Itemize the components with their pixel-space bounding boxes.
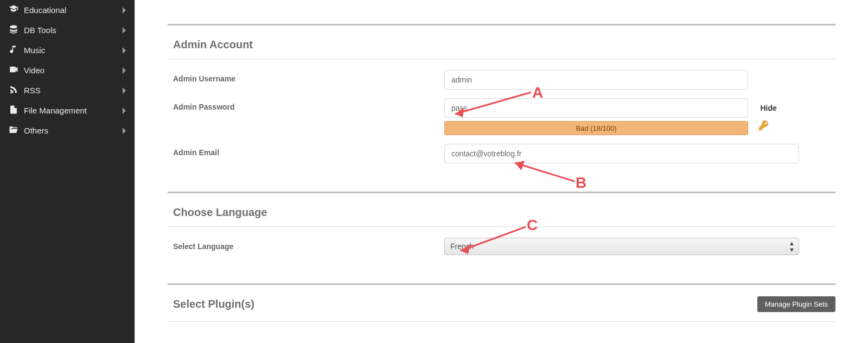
- language-select[interactable]: French ▲▼: [444, 238, 799, 255]
- admin-password-label: Admin Password: [173, 98, 444, 111]
- main-content: Admin Account Admin Username Admin Passw…: [135, 0, 868, 343]
- sidebar-item-label: Others: [24, 126, 48, 135]
- admin-password-input[interactable]: [444, 98, 748, 118]
- section-divider: [168, 283, 835, 285]
- language-selected-value: French: [450, 242, 474, 251]
- sidebar-item-label: Music: [24, 46, 45, 55]
- sidebar-item-educational[interactable]: Educational: [0, 0, 135, 20]
- row-admin-email: Admin Email: [168, 139, 835, 168]
- sidebar-item-rss[interactable]: RSS: [0, 80, 135, 100]
- sidebar-item-label: File Management: [24, 106, 87, 115]
- sidebar-item-file-management[interactable]: File Management: [0, 100, 135, 120]
- select-caret-icon: ▲▼: [789, 240, 795, 253]
- manage-plugin-sets-button[interactable]: Manage Plugin Sets: [757, 296, 835, 312]
- choose-language-title: Choose Language: [173, 203, 835, 226]
- chevron-right-icon: [122, 87, 127, 94]
- section-divider: [168, 192, 835, 193]
- row-admin-username: Admin Username: [168, 66, 835, 94]
- admin-email-label: Admin Email: [173, 144, 444, 157]
- password-strength-bar: Bad (18/100): [444, 121, 748, 135]
- sidebar-item-others[interactable]: Others: [0, 120, 135, 141]
- chevron-right-icon: [122, 127, 127, 135]
- row-admin-password: Admin Password Hide Bad (18/100): [168, 94, 835, 139]
- sidebar-item-label: DB Tools: [24, 26, 56, 35]
- chevron-right-icon: [122, 107, 127, 115]
- row-select-language: Select Language French ▲▼: [168, 233, 835, 259]
- folder-open-icon: [9, 125, 18, 136]
- sidebar-item-label: RSS: [24, 86, 41, 95]
- chevron-right-icon: [122, 47, 127, 54]
- graduation-cap-icon: [9, 4, 18, 16]
- sidebar-nav: Educational DB Tools Music Video: [0, 0, 135, 343]
- select-language-label: Select Language: [173, 238, 444, 251]
- section-divider: [168, 24, 835, 26]
- file-icon: [9, 105, 18, 116]
- admin-email-input[interactable]: [444, 144, 799, 163]
- thin-divider: [168, 321, 835, 322]
- thin-divider: [168, 226, 835, 227]
- select-plugins-title: Select Plugin(s): [173, 295, 254, 314]
- sidebar-item-label: Educational: [24, 5, 66, 15]
- music-icon: [9, 45, 18, 56]
- thin-divider: [168, 59, 835, 59]
- sidebar-item-video[interactable]: Video: [0, 60, 135, 80]
- chevron-right-icon: [122, 27, 127, 34]
- password-toggle-link[interactable]: Hide: [760, 104, 776, 112]
- sidebar-item-label: Video: [24, 66, 44, 75]
- rss-icon: [9, 85, 18, 96]
- chevron-right-icon: [122, 67, 127, 74]
- chevron-right-icon: [122, 7, 127, 14]
- sidebar-item-db-tools[interactable]: DB Tools: [0, 20, 135, 40]
- admin-account-title: Admin Account: [173, 35, 835, 59]
- admin-username-input[interactable]: [444, 70, 748, 90]
- sidebar-item-music[interactable]: Music: [0, 40, 135, 60]
- database-icon: [9, 24, 18, 36]
- video-icon: [9, 65, 18, 76]
- admin-username-label: Admin Username: [173, 70, 444, 83]
- key-icon[interactable]: [758, 119, 770, 134]
